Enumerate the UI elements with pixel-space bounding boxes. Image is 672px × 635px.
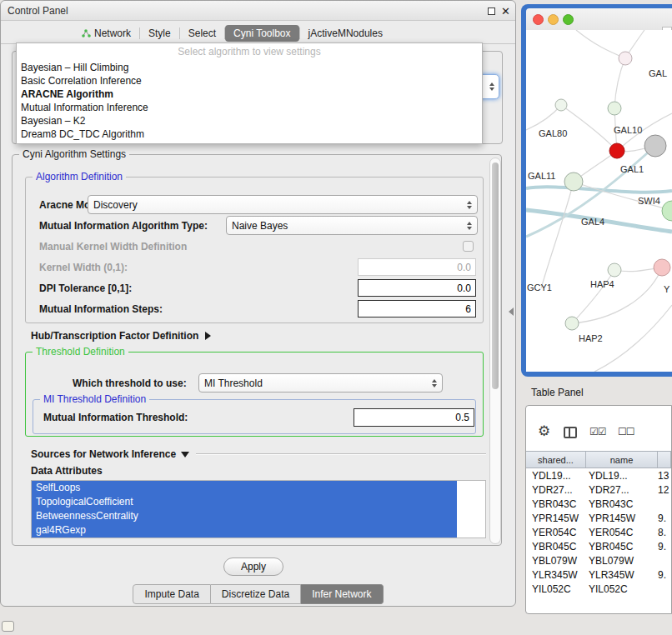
cell: YBR045C	[586, 540, 658, 554]
table-row[interactable]: YDL19...YDL19...13	[526, 469, 671, 483]
algorithm-option[interactable]: Bayesian – Hill Climbing	[17, 61, 482, 74]
column-selector-icon[interactable]	[564, 427, 577, 438]
mi-type-combobox[interactable]: Naive Bayes	[226, 216, 478, 235]
combobox-arrows-icon	[467, 201, 472, 209]
aracne-mode-combobox[interactable]: Discovery	[88, 195, 478, 214]
minimize-traffic-light[interactable]	[548, 14, 559, 25]
list-item-selected[interactable]: TopologicalCoefficient	[32, 495, 457, 509]
table-row[interactable]: YPR145WYPR145W9.	[526, 512, 671, 526]
hub-definition-toggle[interactable]: Hub/Transcription Factor Definition	[31, 330, 211, 342]
scrollbar-thumb[interactable]	[492, 162, 499, 389]
mi-threshold-input[interactable]	[354, 408, 474, 427]
cell: 9.	[658, 540, 671, 554]
mi-threshold-group-title: MI Threshold Definition	[40, 393, 149, 405]
control-panel-tabbar: Network Style Select Cyni Toolbox jActiv…	[1, 22, 515, 44]
gear-icon[interactable]: ⚙	[538, 424, 550, 438]
tab-style[interactable]: Style	[140, 25, 179, 42]
network-canvas[interactable]: GAL GAL80 GAL10 GAL11 GAL1 SWI4 GAL4 GCY…	[526, 30, 672, 372]
algorithm-option[interactable]: Dream8 DC_TDC Algorithm	[17, 128, 482, 141]
zoom-traffic-light[interactable]	[563, 14, 574, 25]
tab-style-label: Style	[148, 28, 171, 39]
node-label: SWI4	[638, 196, 660, 206]
node-label: HAP4	[590, 279, 614, 289]
tab-discretize-data[interactable]: Discretize Data	[211, 584, 301, 604]
node[interactable]	[564, 172, 583, 191]
table-row[interactable]: YDR27...YDR27...12	[526, 483, 671, 498]
close-traffic-light[interactable]	[533, 14, 544, 25]
manual-kernel-label: Manual Kernel Width Definition	[39, 241, 187, 252]
algorithm-option[interactable]: Basic Correlation Inference	[17, 74, 482, 88]
column-header-shared[interactable]: shared...	[526, 452, 586, 468]
node-gray[interactable]	[644, 135, 666, 157]
column-header-name[interactable]: name	[586, 452, 658, 468]
cell: YDR27...	[586, 483, 658, 498]
node[interactable]	[565, 317, 579, 330]
network-window-titlebar[interactable]	[526, 8, 672, 30]
list-item-selected[interactable]: gal4RGexp	[32, 523, 457, 538]
table-row[interactable]: YBR045CYBR045C9.	[526, 540, 671, 554]
algorithm-option[interactable]: Bayesian – K2	[17, 114, 482, 128]
table-row[interactable]: YIL052CYIL052C	[526, 582, 671, 597]
node[interactable]	[608, 102, 621, 115]
float-window-icon[interactable]	[488, 8, 495, 15]
mi-steps-input[interactable]	[358, 300, 476, 318]
table-row[interactable]: YBR043CYBR043C	[526, 498, 671, 512]
list-item-selected[interactable]: BetweennessCentrality	[32, 509, 457, 523]
tab-impute-data[interactable]: Impute Data	[133, 584, 210, 604]
network-view-window: GAL GAL80 GAL10 GAL11 GAL1 SWI4 GAL4 GCY…	[521, 4, 672, 377]
network-tab-icon	[81, 28, 91, 38]
settings-scrollbar[interactable]	[489, 158, 501, 544]
threshold-definition-group: Threshold Definition Which threshold to …	[25, 352, 484, 437]
threshold-definition-title: Threshold Definition	[33, 346, 128, 358]
manual-kernel-checkbox[interactable]	[463, 241, 474, 252]
node-label: GAL11	[528, 171, 555, 181]
node-label: HAP2	[579, 333, 603, 343]
node-label: GAL10	[614, 125, 642, 135]
cell: 13	[658, 469, 671, 483]
apply-button[interactable]: Apply	[223, 558, 283, 576]
sources-toggle[interactable]: Sources for Network Inference	[31, 448, 486, 460]
cell: YER054C	[526, 526, 586, 540]
dpi-tolerance-input[interactable]	[358, 279, 476, 297]
tab-select[interactable]: Select	[180, 25, 224, 42]
dpi-tolerance-label: DPI Tolerance [0,1]:	[39, 282, 132, 294]
cell: YBR043C	[526, 498, 586, 512]
minimized-panel-icon[interactable]	[2, 621, 14, 632]
cell: YDR27...	[526, 483, 586, 498]
data-attributes-list[interactable]: SelfLoops TopologicalCoefficient Between…	[31, 480, 486, 538]
tab-cyni-toolbox[interactable]: Cyni Toolbox	[225, 25, 298, 42]
table-panel: ⚙ ☑☑ ☐☐ shared... name YDL19...YDL19...1…	[525, 405, 672, 614]
cell: YPR145W	[526, 512, 586, 526]
algorithm-option-aracne[interactable]: ARACNE Algorithm	[17, 88, 482, 101]
node[interactable]	[654, 259, 670, 276]
node[interactable]	[662, 201, 672, 221]
sources-label: Sources for Network Inference	[31, 448, 176, 460]
node-gal10-selected[interactable]	[609, 143, 624, 158]
table-row[interactable]: YER054CYER054C8.	[526, 526, 671, 540]
select-checked-icon[interactable]: ☑☑	[589, 426, 606, 438]
node[interactable]	[555, 99, 567, 111]
kernel-width-label: Kernel Width (0,1):	[39, 262, 128, 273]
tab-jactivemnodules[interactable]: jActiveMNodules	[300, 25, 391, 42]
list-item-selected[interactable]: SelfLoops	[32, 481, 457, 495]
algorithm-option[interactable]: Mutual Information Inference	[17, 101, 482, 114]
cell: YDL19...	[586, 469, 658, 483]
node[interactable]	[619, 52, 632, 65]
tab-network[interactable]: Network	[73, 25, 139, 42]
cell: YBR043C	[586, 498, 658, 512]
node[interactable]	[608, 263, 621, 277]
tab-infer-network[interactable]: Infer Network	[301, 584, 383, 604]
cell: YBR045C	[526, 540, 586, 554]
column-header-extra[interactable]	[658, 452, 671, 468]
cell: YIL052C	[526, 582, 586, 597]
panel-collapse-arrow-icon[interactable]	[509, 308, 514, 316]
cell: 9.	[658, 512, 671, 526]
hub-definition-label: Hub/Transcription Factor Definition	[31, 330, 198, 342]
table-row[interactable]: YLR345WYLR345W9.	[526, 568, 671, 582]
threshold-combobox[interactable]: MI Threshold	[198, 373, 443, 392]
close-icon[interactable]: ✕	[501, 6, 510, 17]
control-panel-titlebar[interactable]: Control Panel ✕	[1, 1, 515, 21]
table-row[interactable]: YBL079WYBL079W	[526, 554, 671, 568]
kernel-width-input	[358, 258, 476, 276]
select-unchecked-icon[interactable]: ☐☐	[618, 426, 634, 438]
